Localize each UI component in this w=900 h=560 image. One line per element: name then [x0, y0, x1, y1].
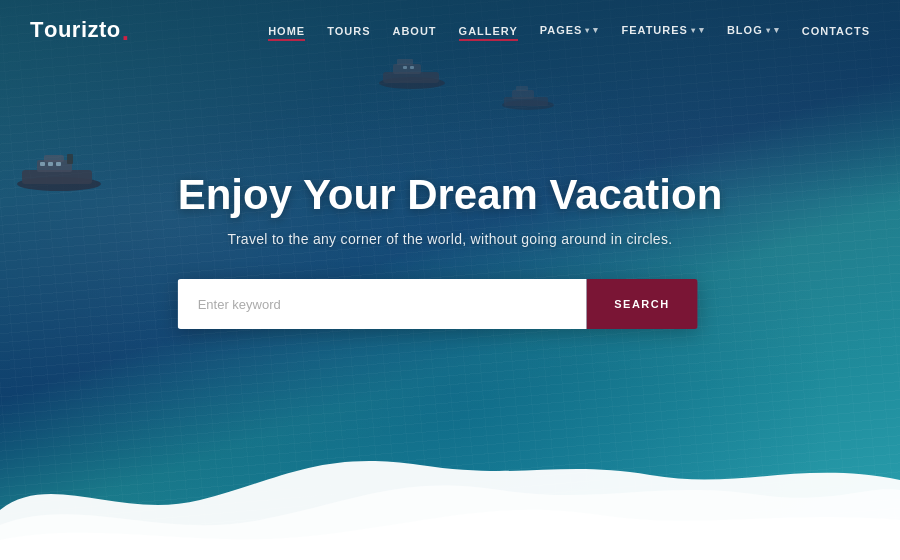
nav-link-features[interactable]: FEATURES ▾ [621, 24, 704, 36]
search-input[interactable] [178, 279, 587, 329]
nav-item-about[interactable]: ABOUT [392, 21, 436, 39]
nav-item-contacts[interactable]: CONTACTS [802, 21, 870, 39]
hero-content: Enjoy Your Dream Vacation Travel to the … [178, 171, 723, 329]
nav-item-pages[interactable]: PAGES ▾ [540, 24, 600, 36]
nav-item-features[interactable]: FEATURES ▾ [621, 24, 704, 36]
logo[interactable]: Tourizto. [30, 17, 130, 43]
svg-rect-6 [56, 162, 61, 166]
svg-rect-16 [512, 90, 534, 99]
svg-rect-5 [48, 162, 53, 166]
nav-item-gallery[interactable]: GALLERY [459, 21, 518, 39]
nav-link-home[interactable]: HOME [268, 25, 305, 41]
nav-link-gallery[interactable]: GALLERY [459, 25, 518, 41]
nav-link-pages[interactable]: PAGES ▾ [540, 24, 600, 36]
svg-rect-17 [516, 86, 528, 91]
hero-subtitle: Travel to the any corner of the world, w… [178, 231, 723, 247]
search-bar: SEARCH [178, 279, 698, 329]
nav-links: HOME TOURS ABOUT GALLERY PAGES ▾ FEATURE… [268, 21, 870, 39]
ship-left-icon [12, 148, 107, 193]
nav-link-tours[interactable]: TOURS [327, 25, 370, 37]
svg-rect-12 [403, 66, 407, 69]
search-button[interactable]: SEARCH [586, 279, 697, 329]
svg-rect-10 [393, 64, 421, 74]
svg-rect-13 [410, 66, 414, 69]
hero-title: Enjoy Your Dream Vacation [178, 171, 723, 219]
ship-center-icon [375, 55, 450, 90]
navbar: Tourizto. HOME TOURS ABOUT GALLERY PAGES… [0, 0, 900, 60]
svg-rect-7 [67, 154, 73, 164]
svg-rect-4 [40, 162, 45, 166]
nav-item-tours[interactable]: TOURS [327, 21, 370, 39]
hero-section: Tourizto. HOME TOURS ABOUT GALLERY PAGES… [0, 0, 900, 560]
ship-right-icon [498, 83, 558, 111]
nav-link-about[interactable]: ABOUT [392, 25, 436, 37]
nav-item-home[interactable]: HOME [268, 21, 305, 39]
nav-link-blog[interactable]: BLOG ▾ [727, 24, 780, 36]
svg-rect-3 [44, 155, 64, 162]
nav-item-blog[interactable]: BLOG ▾ [727, 24, 780, 36]
nav-link-contacts[interactable]: CONTACTS [802, 25, 870, 37]
svg-rect-1 [22, 170, 92, 184]
wave-decoration [0, 430, 900, 560]
